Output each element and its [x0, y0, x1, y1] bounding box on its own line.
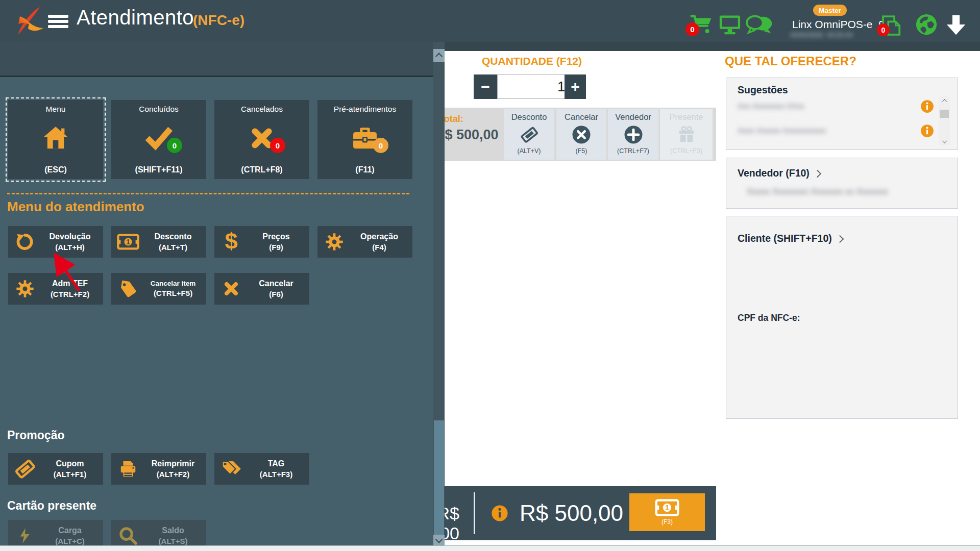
- datetime-redacted: 00/00/0000 00:00:00: [790, 31, 853, 39]
- cpf-label: CPF da NFC-e:: [738, 313, 800, 323]
- briefcase-icon: [317, 117, 412, 159]
- banknote-icon: 1: [654, 499, 680, 518]
- svg-text:1: 1: [126, 238, 130, 246]
- tags-icon: [217, 459, 245, 479]
- scroll-up-icon[interactable]: [939, 96, 950, 105]
- customer-label: Cliente (SHIFT+F10): [738, 233, 843, 244]
- svg-text:1: 1: [665, 503, 670, 512]
- pay-shortcut-label: (F3): [662, 518, 673, 525]
- tile-saldo: Saldo (ALT+S): [111, 520, 206, 545]
- item-action-strip: Total: R$ 500,00 Desconto (ALT+V) Cancel…: [433, 108, 716, 161]
- tile-concluidos[interactable]: Concluídos 0 (SHIFT+F11): [111, 100, 206, 179]
- hamburger-menu-icon[interactable]: [48, 13, 69, 30]
- item-vendor-button[interactable]: Vendedor (CTRL+F7): [608, 109, 658, 160]
- cancel-x-icon: [214, 117, 309, 159]
- chevron-right-icon: [836, 235, 844, 243]
- magnifier-icon: [114, 525, 142, 545]
- quantity-minus-button[interactable]: −: [474, 74, 497, 99]
- tile-cancelar[interactable]: Cancelar (F6): [214, 273, 309, 305]
- page-mode-label: (NFC-e): [193, 12, 244, 29]
- panel-top-strip: [0, 42, 433, 77]
- tile-operacao[interactable]: Operação (F4): [317, 226, 412, 258]
- vendor-label: Vendedor (F10): [738, 167, 820, 179]
- svg-text:$: $: [225, 230, 237, 254]
- count-badge: 0: [373, 138, 388, 153]
- pay-button[interactable]: 1 (F3): [629, 493, 705, 531]
- divider: [474, 492, 475, 534]
- section-separator: [7, 193, 409, 194]
- suggestion-item[interactable]: Xxxx Xxxxxx Xxxxxxxxxxx: [738, 126, 900, 135]
- master-badge: Master: [813, 5, 847, 16]
- quantity-input[interactable]: [497, 74, 570, 99]
- gear-icon: [11, 279, 39, 299]
- info-icon[interactable]: [920, 124, 934, 140]
- section-title-cartao-presente: Cartão presente: [7, 499, 96, 513]
- offer-panel-title: QUE TAL OFERECER?: [725, 54, 856, 68]
- bolt-icon: [11, 525, 39, 545]
- tile-menu[interactable]: Menu (ESC): [8, 100, 103, 179]
- suggestions-scrollbar[interactable]: [939, 96, 950, 145]
- item-discount-button[interactable]: Desconto (ALT+V): [504, 109, 554, 160]
- tile-reimprimir[interactable]: Reimprimir (ALT+F2): [111, 453, 206, 485]
- app-header: Atendimento (NFC-e) 0: [0, 0, 980, 42]
- info-icon[interactable]: [920, 99, 934, 115]
- gear-icon: [321, 232, 348, 252]
- customer-card[interactable]: Cliente (SHIFT+F10) CPF da NFC-e:: [726, 216, 958, 419]
- scroll-down-icon[interactable]: [433, 535, 445, 545]
- scrollbar-thumb[interactable]: [940, 110, 949, 118]
- tile-desconto[interactable]: 1 Desconto (ALT+T): [111, 226, 206, 258]
- count-badge: 0: [167, 138, 182, 153]
- download-arrow-icon[interactable]: [944, 13, 968, 38]
- tile-carga: Carga (ALT+C): [8, 520, 103, 545]
- tile-cancelados[interactable]: Cancelados 0 (CTRL+F8): [214, 100, 309, 179]
- tile-cupom[interactable]: Cupom (ALT+F1): [8, 453, 103, 485]
- quantity-plus-button[interactable]: +: [565, 74, 586, 99]
- chat-icon[interactable]: [745, 13, 773, 38]
- dollar-icon: $: [217, 230, 245, 254]
- section-title-menu-atendimento: Menu do atendimento: [7, 199, 144, 215]
- monitor-icon[interactable]: [718, 14, 742, 37]
- suggestion-item[interactable]: Xxx Xxxxxxxx XXxx: [738, 102, 871, 110]
- add-circle-icon: [608, 122, 658, 147]
- count-badge: 0: [270, 138, 285, 153]
- suggestions-card: Sugestões Xxx Xxxxxxxx XXxx Xxxx Xxxxxx …: [726, 78, 958, 150]
- suggestions-title: Sugestões: [738, 84, 788, 96]
- panel-scrollbar[interactable]: [433, 42, 445, 545]
- pos-application: Atendimento (NFC-e) 0: [0, 0, 980, 551]
- quantity-label: QUANTIDADE (F12): [470, 55, 594, 67]
- tile-tag[interactable]: TAG (ALT+F3): [214, 453, 309, 485]
- annotation-arrow: [50, 253, 87, 295]
- undo-icon: [11, 232, 39, 252]
- vendor-name-redacted: Xxxxx Xxxxxxxx Xxxxxxx xx Xxxxxxx: [747, 187, 924, 197]
- cancel-x-icon: [217, 280, 245, 298]
- vendor-card[interactable]: Vendedor (F10) Xxxxx Xxxxxxxx Xxxxxxx xx…: [726, 158, 958, 209]
- info-icon[interactable]: [491, 505, 508, 524]
- tile-cancelar-item[interactable]: Cancelar item (CTRL+F5): [111, 273, 206, 305]
- scrollbar-thumb[interactable]: [434, 420, 444, 535]
- scroll-down-icon[interactable]: [939, 137, 950, 145]
- item-cancel-button[interactable]: Cancelar (F5): [556, 109, 606, 160]
- chevron-right-icon: [814, 170, 822, 178]
- globe-icon[interactable]: [915, 13, 938, 38]
- item-gift-button: Presente (CTRL+F3): [660, 109, 713, 160]
- scroll-up-icon[interactable]: [433, 49, 445, 62]
- linx-logo-icon: [14, 5, 47, 39]
- gift-icon: [660, 122, 713, 147]
- bottom-edge-strip: [0, 545, 980, 551]
- grand-total: R$ 500,00: [520, 500, 623, 526]
- tag-icon: [114, 279, 142, 299]
- cart-count-badge: 0: [685, 22, 699, 36]
- ticket-icon: [11, 458, 39, 480]
- tile-precos[interactable]: $ Preços (F9): [214, 226, 309, 258]
- check-icon: [111, 117, 206, 159]
- ticket-icon: [504, 122, 554, 147]
- page-title: Atendimento: [77, 6, 194, 29]
- home-icon: [8, 117, 103, 159]
- printer-icon: [114, 459, 142, 479]
- copies-count-badge: 0: [877, 23, 890, 36]
- tile-pre-atendimentos[interactable]: Pré-atendimentos 0 (F11): [317, 100, 412, 179]
- section-title-promocao: Promoção: [7, 429, 64, 442]
- cancel-circle-icon: [556, 122, 606, 147]
- banknote-icon: 1: [114, 234, 142, 250]
